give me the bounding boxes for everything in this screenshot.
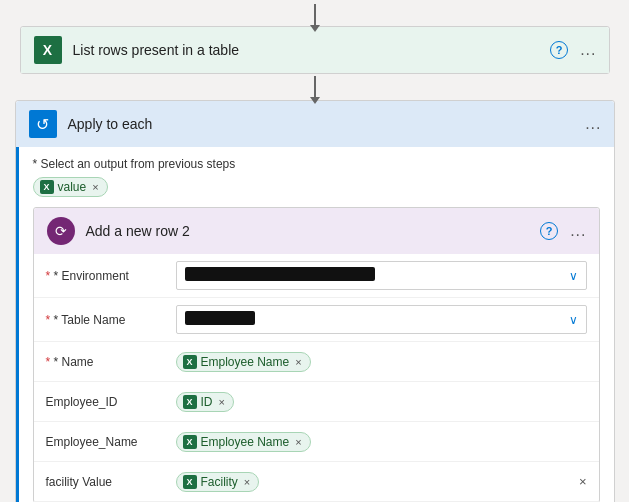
employee-name-token[interactable]: X Employee Name × — [176, 432, 311, 452]
employee-name-token-icon: X — [183, 435, 197, 449]
environment-chevron-icon: ∨ — [569, 269, 578, 283]
name-token-label: Employee Name — [201, 355, 290, 369]
facility-token[interactable]: X Facility × — [176, 472, 260, 492]
apply-each-title: Apply to each — [68, 116, 153, 132]
add-new-row-body: * * Environment ∨ — [34, 254, 599, 502]
facility-token-label: Facility — [201, 475, 238, 489]
loop-icon: ↺ — [28, 109, 58, 139]
facility-value-field-row: facility Value X Facility × × — [34, 462, 599, 502]
facility-token-icon: X — [183, 475, 197, 489]
table-name-value: ∨ — [176, 305, 587, 334]
name-token[interactable]: X Employee Name × — [176, 352, 311, 372]
apply-each-actions: ... — [585, 115, 601, 133]
list-rows-block: X List rows present in a table ? ... — [20, 26, 610, 74]
employee-name-field-row: Employee_Name X Employee Name × — [34, 422, 599, 462]
environment-dropdown[interactable]: ∨ — [176, 261, 587, 290]
value-token-close[interactable]: × — [92, 181, 98, 193]
employee-id-value: X ID × — [176, 392, 587, 412]
add-new-row-header-inner: ⟳ Add a new row 2 — [46, 216, 541, 246]
environment-dropdown-value — [185, 267, 563, 284]
add-new-row-title: Add a new row 2 — [86, 223, 190, 239]
value-token-area: X value × — [33, 177, 600, 197]
value-token-label: value — [58, 180, 87, 194]
apply-each-header-inner: ↺ Apply to each — [28, 109, 586, 139]
list-rows-header: X List rows present in a table ? ... — [21, 27, 609, 73]
apply-each-header: ↺ Apply to each ... — [16, 101, 614, 147]
add-new-row-help-button[interactable]: ? — [540, 222, 558, 240]
table-name-redacted — [185, 311, 255, 325]
employee-id-token[interactable]: X ID × — [176, 392, 234, 412]
name-field-row: * * Name X Employee Name × — [34, 342, 599, 382]
environment-field-row: * * Environment ∨ — [34, 254, 599, 298]
add-new-row-block: ⟳ Add a new row 2 ? ... * * Environment — [33, 207, 600, 502]
facility-right-close[interactable]: × — [579, 474, 587, 489]
environment-redacted — [185, 267, 375, 281]
employee-id-field-row: Employee_ID X ID × — [34, 382, 599, 422]
employee-name-value: X Employee Name × — [176, 432, 587, 452]
employee-name-label: Employee_Name — [46, 435, 176, 449]
dataverse-icon: ⟳ — [46, 216, 76, 246]
value-token-icon: X — [40, 180, 54, 194]
facility-value-value: X Facility × × — [176, 472, 587, 492]
value-token[interactable]: X value × — [33, 177, 108, 197]
name-label: * * Name — [46, 355, 176, 369]
table-name-field-row: * * Table Name ∨ — [34, 298, 599, 342]
employee-id-token-label: ID — [201, 395, 213, 409]
apply-each-block: ↺ Apply to each ... * Select an output f… — [15, 100, 615, 502]
employee-id-token-icon: X — [183, 395, 197, 409]
employee-id-token-close[interactable]: × — [219, 396, 225, 408]
add-new-row-more-button[interactable]: ... — [570, 222, 586, 240]
facility-token-close[interactable]: × — [244, 476, 250, 488]
add-new-row-actions: ? ... — [540, 222, 586, 240]
list-rows-header-inner: X List rows present in a table — [33, 35, 551, 65]
flow-container: X List rows present in a table ? ... ↺ A… — [0, 0, 629, 502]
table-name-label: * * Table Name — [46, 313, 176, 327]
arrow-down-icon — [314, 4, 316, 26]
table-name-dropdown-value — [185, 311, 563, 328]
employee-id-label: Employee_ID — [46, 395, 176, 409]
name-value: X Employee Name × — [176, 352, 587, 372]
list-rows-more-button[interactable]: ... — [580, 41, 596, 59]
list-rows-help-button[interactable]: ? — [550, 41, 568, 59]
list-rows-actions: ? ... — [550, 41, 596, 59]
excel-icon: X — [33, 35, 63, 65]
employee-name-token-close[interactable]: × — [295, 436, 301, 448]
table-name-chevron-icon: ∨ — [569, 313, 578, 327]
top-connector — [314, 0, 316, 26]
apply-each-more-button[interactable]: ... — [585, 115, 601, 133]
environment-value: ∨ — [176, 261, 587, 290]
employee-name-token-label: Employee Name — [201, 435, 290, 449]
facility-value-label: facility Value — [46, 475, 176, 489]
apply-each-body: * Select an output from previous steps X… — [16, 147, 614, 502]
add-new-row-header: ⟳ Add a new row 2 ? ... — [34, 208, 599, 254]
select-output-label: * Select an output from previous steps — [33, 157, 600, 171]
table-name-dropdown[interactable]: ∨ — [176, 305, 587, 334]
connector-arrow-1 — [314, 76, 316, 98]
name-token-close[interactable]: × — [295, 356, 301, 368]
environment-label: * * Environment — [46, 269, 176, 283]
name-token-icon: X — [183, 355, 197, 369]
list-rows-title: List rows present in a table — [73, 42, 240, 58]
